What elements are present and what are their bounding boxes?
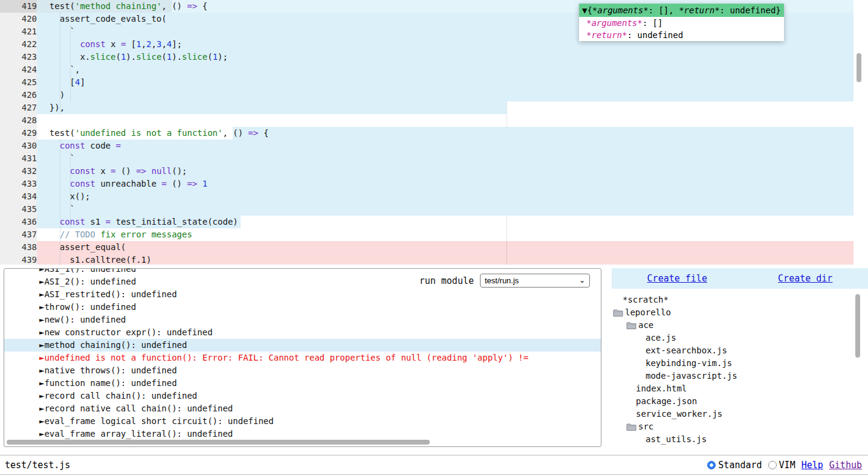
line-number-gutter[interactable]: 435 — [0, 203, 37, 216]
line-number: 436 — [9, 216, 37, 228]
line-number-gutter[interactable]: 436 — [0, 216, 37, 228]
line-number-gutter[interactable]: 431 — [0, 152, 37, 165]
code-line[interactable]: ` — [37, 152, 853, 165]
create-file-button[interactable]: Create file — [647, 273, 707, 284]
code-line[interactable]: test('undefined is not a function', () =… — [37, 127, 853, 140]
tree-item-folder[interactable]: leporello — [612, 306, 868, 319]
line-number-gutter[interactable]: 430 — [0, 140, 37, 152]
line-number-gutter[interactable]: 423 — [0, 51, 37, 63]
console-entry[interactable]: ►method chaining(): undefined — [4, 339, 601, 352]
tooltip-entry[interactable]: *return*: undefined — [579, 29, 784, 41]
tooltip-entry-key: *return* — [586, 30, 627, 40]
tree-item-folder[interactable]: src — [612, 420, 868, 433]
code-line[interactable]: const code = — [37, 140, 853, 152]
console-entry[interactable]: ►throw(): undefined — [4, 301, 601, 314]
console-horizontal-scrollbar[interactable] — [7, 440, 430, 445]
line-number: 425 — [9, 76, 37, 89]
code-token: 1 — [213, 52, 218, 62]
code-line[interactable]: [4] — [37, 76, 853, 89]
code-token: () — [115, 166, 136, 176]
code-line[interactable]: `, — [37, 63, 853, 76]
code-line[interactable] — [37, 114, 853, 127]
file-tree: *scratch*leporelloaceace.jsext-searchbox… — [612, 289, 868, 447]
line-number-gutter[interactable]: 424 — [0, 63, 37, 76]
tree-item-file[interactable]: ast_utils.js — [612, 433, 868, 446]
keybinding-vim-option[interactable]: VIM — [768, 460, 795, 471]
tree-item-file[interactable]: service_worker.js — [612, 408, 868, 420]
console-entry[interactable]: ►function name(): undefined — [4, 377, 601, 390]
line-number-gutter[interactable]: 425 — [0, 76, 37, 89]
code-token: slice — [90, 52, 115, 62]
console-entry[interactable]: ►new constructor expr(): undefined — [4, 326, 601, 339]
fold-toggle-icon[interactable]: ▾ — [33, 0, 36, 13]
tree-item-folder[interactable]: ace — [612, 319, 868, 332]
console-entry[interactable]: ►ASI_restrited(): undefined — [4, 288, 601, 301]
console-entry[interactable]: ►record call chain(): undefined — [4, 390, 601, 402]
radio-standard-checked-icon[interactable] — [707, 461, 716, 469]
line-number-gutter[interactable]: 439 — [0, 254, 37, 265]
tooltip-entry[interactable]: *arguments*: [] — [579, 17, 784, 29]
console-entry[interactable]: ►record native call chain(): undefined — [4, 402, 601, 415]
code-token: null — [151, 166, 172, 176]
code-token: = — [115, 141, 120, 150]
code-line[interactable]: x.slice(1).slice(1).slice(1); — [37, 51, 853, 63]
code-line[interactable]: s1.calltree(f.1) — [37, 254, 853, 265]
tooltip-header[interactable]: ▼{*arguments*: [], *return*: undefined} — [579, 4, 784, 17]
fold-toggle-icon[interactable]: ▾ — [33, 127, 36, 140]
line-number-gutter[interactable]: 429▾ — [0, 127, 37, 140]
code-line[interactable]: // TODO fix error messages — [37, 228, 853, 241]
tree-item-label: ace — [638, 319, 653, 332]
line-number-gutter[interactable]: 432 — [0, 165, 37, 178]
line-number-gutter[interactable]: 433 — [0, 178, 37, 190]
line-number-gutter[interactable]: 419▾ — [0, 0, 37, 13]
run-module-select[interactable]: test/run.js ⌄ — [480, 274, 590, 288]
line-number-gutter[interactable]: 422 — [0, 38, 37, 51]
code-line[interactable]: }), — [37, 101, 853, 114]
console-entry[interactable]: ►eval_frame logical short circuit(): und… — [4, 415, 601, 428]
tree-item-file[interactable]: ace.js — [612, 332, 868, 344]
line-number-gutter[interactable]: 438▾ — [0, 241, 37, 254]
tree-item-file[interactable]: package.json — [612, 395, 868, 408]
code-line[interactable]: const x = () => null(); — [37, 165, 853, 178]
tree-item-label: ast_utils.js — [646, 433, 707, 446]
code-editor[interactable]: 419▾ test('method chaining', () => {420▾… — [0, 0, 868, 265]
fold-toggle-icon[interactable]: ▾ — [33, 13, 36, 25]
code-line[interactable]: x(); — [37, 190, 853, 203]
code-line[interactable]: const s1 = test_initial_state(code) — [37, 216, 853, 228]
create-dir-button[interactable]: Create dir — [778, 273, 832, 284]
code-line[interactable]: ` — [37, 203, 853, 216]
editor-row: 438▾ assert_equal( — [0, 241, 868, 254]
tree-item-file[interactable]: *scratch* — [612, 294, 868, 306]
tree-item-file[interactable]: keybinding-vim.js — [612, 357, 868, 370]
line-number-gutter[interactable]: 420▾ — [0, 13, 37, 25]
line-number-gutter[interactable]: 421 — [0, 25, 37, 38]
line-number-gutter[interactable]: 426 — [0, 89, 37, 101]
editor-vertical-scrollbar[interactable] — [857, 53, 861, 82]
console-entry[interactable]: ►new(): undefined — [4, 314, 601, 326]
code-token: , — [161, 39, 166, 49]
code-line[interactable]: ) — [37, 89, 853, 101]
chevron-down-icon: ⌄ — [579, 274, 585, 287]
console-entry[interactable]: ►native throws(): undefined — [4, 364, 601, 377]
line-number: 427 — [9, 101, 37, 114]
line-number-gutter[interactable]: 437 — [0, 228, 37, 241]
code-line[interactable]: assert_equal( — [37, 241, 853, 254]
line-number-gutter[interactable]: 434 — [0, 190, 37, 203]
editor-row: 432 const x = () => null(); — [0, 165, 868, 178]
file-tree-vertical-scrollbar[interactable] — [855, 294, 860, 358]
github-link[interactable]: Github — [829, 460, 862, 471]
code-line[interactable]: const unreachable = () => 1 — [37, 178, 853, 190]
line-number-gutter[interactable]: 427 — [0, 101, 37, 114]
console-entry[interactable]: ►eval_frame array_literal(): undefined — [4, 428, 601, 440]
keybinding-standard-option[interactable]: Standard — [707, 460, 762, 471]
code-token: x(); — [39, 191, 90, 201]
radio-vim-unchecked-icon[interactable] — [768, 461, 777, 469]
fold-toggle-icon[interactable]: ▾ — [33, 241, 36, 254]
tree-item-file[interactable]: mode-javascript.js — [612, 370, 868, 382]
help-link[interactable]: Help — [802, 460, 823, 471]
console-entry[interactable]: ►undefined is not a function(): Error: F… — [4, 352, 601, 364]
editor-row: 435 ` — [0, 203, 868, 216]
line-number-gutter[interactable]: 428 — [0, 114, 37, 127]
tree-item-file[interactable]: index.html — [612, 382, 868, 395]
tree-item-file[interactable]: ext-searchbox.js — [612, 344, 868, 357]
